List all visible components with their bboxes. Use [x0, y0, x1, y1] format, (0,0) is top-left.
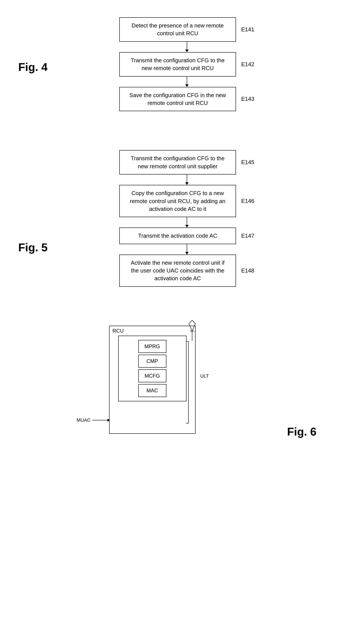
connector-1 [185, 42, 189, 52]
step-e146-label: E146 [241, 198, 254, 204]
step-e146-box: Copy the configuration CFG to a new remo… [119, 185, 236, 217]
muac-line [92, 420, 107, 420]
arrow-down-icon [185, 225, 189, 228]
arrow-down-icon [185, 182, 189, 185]
module-mcfg: MCFG [138, 369, 166, 382]
step-e145-label: E145 [241, 159, 254, 166]
table-row: Save the configuration CFG in the new re… [119, 87, 254, 111]
step-e147-text: Transmit the activation code AC [138, 232, 217, 239]
muac-label: MUAC [77, 417, 91, 423]
module-mac: MAC [138, 384, 166, 397]
module-cmp: CMP [138, 355, 166, 368]
step-e141-label: E141 [241, 26, 254, 33]
fig4-flow: Detect the presence of a new remote cont… [100, 17, 273, 111]
table-row: Transmit the activation code AC E147 [119, 228, 254, 244]
connector-line [187, 244, 187, 252]
ult-label: ULT [200, 373, 209, 379]
table-row: Detect the presence of a new remote cont… [119, 17, 254, 42]
step-e143-label: E143 [241, 96, 254, 102]
table-row: Transmit the configuration CFG to the ne… [119, 52, 254, 76]
connector-5 [185, 244, 189, 254]
connector-4 [185, 217, 189, 228]
step-e147-box: Transmit the activation code AC [119, 228, 236, 244]
step-e148-box: Activate the new remote control unit if … [119, 254, 236, 287]
rcu-outer-label: RCU [110, 326, 195, 336]
fig6-label: Fig. 6 [287, 425, 317, 438]
muac-arrow [92, 419, 110, 422]
connector-line [187, 76, 187, 84]
step-e143-text: Save the configuration CFG in the new re… [129, 92, 226, 106]
table-row: Activate the new remote control unit if … [119, 254, 254, 287]
step-e148-text: Activate the new remote control unit if … [131, 260, 225, 282]
step-e145-text: Transmit the configuration CFG to the ne… [131, 155, 225, 169]
svg-line-2 [189, 324, 192, 331]
svg-line-3 [192, 324, 195, 331]
table-row: Transmit the configuration CFG to the ne… [119, 150, 254, 174]
connector-line [187, 217, 187, 225]
step-e142-label: E142 [241, 61, 254, 68]
rcu-inner-box: MPRG CMP MCFG MAC [118, 336, 186, 401]
step-e148-label: E148 [241, 267, 254, 274]
step-e143-box: Save the configuration CFG in the new re… [119, 87, 236, 111]
page: Fig. 4 Detect the presence of a new remo… [0, 0, 352, 644]
arrow-down-icon [185, 252, 189, 254]
fig6-section: Fig. 6 MUAC RCU MPRG [0, 313, 352, 447]
rcu-outer-box: RCU MPRG CMP MCFG MAC [109, 326, 196, 434]
fig5-flow: Transmit the configuration CFG to the ne… [100, 150, 273, 287]
arrow-down-icon [185, 50, 189, 52]
step-e145-box: Transmit the configuration CFG to the ne… [119, 150, 236, 174]
section-gap-1 [0, 111, 352, 150]
section-gap-2 [0, 287, 352, 313]
connector-3 [185, 174, 189, 185]
table-row: Copy the configuration CFG to a new remo… [119, 185, 254, 217]
fig5-section: Fig. 5 Transmit the configuration CFG to… [0, 150, 352, 287]
connector-line [187, 42, 187, 50]
svg-line-5 [192, 320, 195, 324]
step-e147-label: E147 [241, 232, 254, 239]
fig4-section: Fig. 4 Detect the presence of a new remo… [0, 9, 352, 111]
module-mprg: MPRG [138, 340, 166, 353]
ult-bracket [186, 341, 189, 424]
step-e141-box: Detect the presence of a new remote cont… [119, 17, 236, 42]
connector-line [187, 174, 187, 182]
connector-2 [185, 76, 189, 87]
arrow-down-icon [185, 84, 189, 87]
muac-row: MUAC [77, 417, 110, 423]
step-e141-text: Detect the presence of a new remote cont… [132, 22, 224, 36]
fig4-label: Fig. 4 [18, 60, 48, 74]
fig5-label: Fig. 5 [18, 241, 48, 254]
step-e142-text: Transmit the configuration CFG to the ne… [131, 57, 225, 71]
svg-line-4 [189, 320, 192, 324]
antenna-icon [188, 319, 205, 341]
step-e142-box: Transmit the configuration CFG to the ne… [119, 52, 236, 76]
step-e146-text: Copy the configuration CFG to a new remo… [130, 190, 225, 212]
